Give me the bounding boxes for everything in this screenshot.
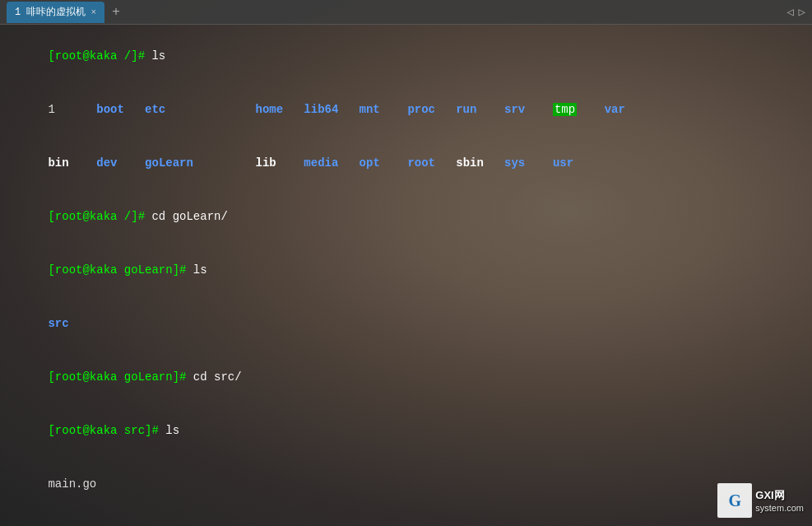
line-5: [root@kaka goLearn]# cd src/ (7, 351, 805, 404)
line-src: src (7, 297, 805, 351)
cmd-1: ls (151, 49, 165, 63)
terminal-window: 1 啡咔的虚拟机 × + ◁ ▷ [root@kaka /]# ls 1 boo… (0, 0, 812, 526)
watermark: G GXI网 system.com (717, 483, 804, 518)
new-tab-button[interactable]: + (108, 4, 124, 21)
prompt-1: [root@kaka /]# (48, 49, 151, 63)
nav-back-icon[interactable]: ◁ (786, 5, 793, 19)
watermark-site: GXI网 (755, 488, 804, 503)
watermark-url: system.com (755, 503, 804, 513)
line-1: [root@kaka /]# ls (7, 30, 805, 83)
watermark-logo: G (717, 483, 752, 518)
watermark-text: GXI网 system.com (755, 488, 804, 513)
active-tab[interactable]: 1 啡咔的虚拟机 × (7, 2, 104, 23)
line-6: [root@kaka src]# ls (7, 404, 805, 458)
line-3: [root@kaka /]# cd goLearn/ (7, 190, 805, 244)
line-ls-2: bin dev goLearn lib media opt root sbin … (7, 137, 805, 190)
line-main-go: main.go (7, 459, 805, 512)
tab-close-button[interactable]: × (90, 7, 96, 17)
title-bar: 1 啡咔的虚拟机 × + ◁ ▷ (0, 0, 812, 25)
line-7: [root@kaka src]# cat main.go (7, 512, 805, 526)
line-ls-1: 1 boot etc home lib64 mnt proc run srv t… (7, 83, 805, 137)
nav-forward-icon[interactable]: ▷ (799, 5, 805, 19)
tab-label: 1 啡咔的虚拟机 (15, 5, 86, 19)
terminal-content: [root@kaka /]# ls 1 boot etc home lib64 … (0, 25, 812, 526)
line-4: [root@kaka goLearn]# ls (7, 244, 805, 297)
window-controls: ◁ ▷ (786, 5, 805, 19)
